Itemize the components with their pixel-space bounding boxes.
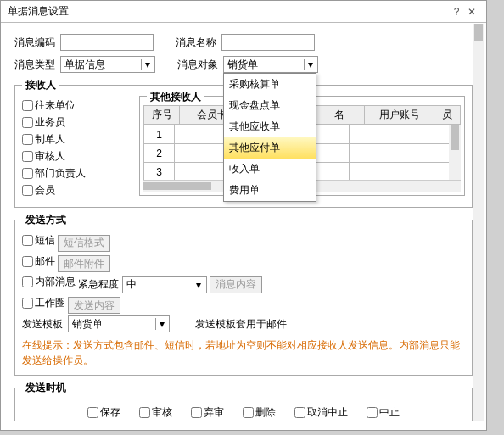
chevron-down-icon: ▾ (155, 318, 167, 330)
recipient-checkbox[interactable]: 业务员 (22, 115, 132, 130)
target-value: 销货单 (227, 58, 258, 72)
recipients-list: 往来单位业务员制单人审核人部门负责人会员 (22, 96, 132, 200)
code-input[interactable] (60, 34, 154, 51)
recipients-legend: 接收人 (22, 78, 59, 92)
sms-checkbox[interactable]: 短信 (22, 233, 55, 248)
target-label: 消息对象 (177, 58, 223, 72)
mail-attach-button[interactable]: 邮件附件 (58, 255, 110, 272)
tpl-select[interactable]: 销货单 ▾ (68, 315, 170, 332)
internal-checkbox[interactable]: 内部消息 (22, 275, 76, 289)
column-header[interactable]: 名 (315, 106, 365, 125)
dropdown-option[interactable]: 费用单 (224, 180, 316, 201)
scrollbar-thumb[interactable] (143, 182, 211, 190)
timing-fieldset: 发送时机 保存审核弃审删除取消中止中止 (14, 381, 473, 421)
target-select[interactable]: 销货单 ▾ (223, 56, 318, 73)
dropdown-option[interactable]: 其他应收单 (224, 116, 316, 137)
mail-checkbox[interactable]: 邮件 (22, 254, 55, 269)
circle-content-button[interactable]: 发送内容 (68, 297, 120, 314)
online-hint: 在线提示：发送方式包含邮件、短信时，若地址为空则不能对相应接收人发送信息。内部消… (22, 337, 465, 368)
timing-checkbox[interactable]: 弃审 (191, 405, 224, 420)
dropdown-option[interactable]: 采购核算单 (224, 74, 316, 95)
timing-legend: 发送时机 (22, 381, 70, 395)
timing-checkbox[interactable]: 取消中止 (294, 405, 348, 420)
grid-vscrollbar[interactable] (449, 125, 461, 180)
urgency-select[interactable]: 中 ▾ (122, 276, 207, 293)
timing-checkbox[interactable]: 审核 (139, 405, 172, 420)
scrollbar-thumb[interactable] (474, 24, 483, 41)
dropdown-option[interactable]: 收入单 (224, 159, 316, 180)
scrollbar-thumb[interactable] (451, 125, 459, 150)
dropdown-option[interactable]: 现金盘点单 (224, 95, 316, 116)
type-label: 消息类型 (14, 58, 60, 72)
other-recipients-legend: 其他接收人 (147, 90, 204, 104)
name-input[interactable] (221, 34, 315, 51)
content-scrollbar[interactable] (473, 24, 484, 421)
close-icon[interactable]: ✕ (464, 6, 479, 18)
dropdown-option[interactable]: 其他应付单 (224, 137, 316, 159)
dialog-title: 单据消息设置 (8, 4, 449, 19)
send-method-legend: 发送方式 (22, 213, 70, 227)
recipient-checkbox[interactable]: 审核人 (22, 149, 132, 164)
target-dropdown: 采购核算单现金盘点单其他应收单其他应付单收入单费用单 (223, 73, 316, 202)
urgency-label: 紧急程度 (78, 278, 119, 290)
chevron-down-icon: ▾ (193, 279, 204, 291)
timing-options: 保存审核弃审删除取消中止中止 (22, 399, 465, 421)
type-value: 单据信息 (64, 58, 105, 72)
chevron-down-icon: ▾ (141, 59, 153, 70)
timing-checkbox[interactable]: 保存 (87, 405, 120, 420)
timing-checkbox[interactable]: 删除 (243, 405, 276, 420)
msg-content-button[interactable]: 消息内容 (210, 276, 262, 293)
recipient-checkbox[interactable]: 会员 (22, 183, 132, 198)
code-label: 消息编码 (14, 36, 60, 50)
type-select[interactable]: 单据信息 ▾ (60, 56, 155, 73)
help-icon[interactable]: ? (449, 6, 464, 18)
sms-format-button[interactable]: 短信格式 (58, 235, 110, 252)
titlebar: 单据消息设置 ? ✕ (1, 1, 486, 23)
content-area: 消息编码 消息名称 消息类型 单据信息 ▾ 消息对象 销货单 ▾ 采购核算单现金… (1, 24, 486, 421)
name-label: 消息名称 (176, 36, 221, 50)
recipient-checkbox[interactable]: 部门负责人 (22, 166, 132, 181)
tpl-note: 发送模板套用于邮件 (195, 317, 287, 332)
column-header[interactable]: 员 (434, 106, 461, 125)
chevron-down-icon: ▾ (304, 59, 316, 70)
tpl-label: 发送模板 (22, 317, 68, 332)
send-method-fieldset: 发送方式 短信 短信格式 邮件 邮件附件 内部消息 紧急程度 中 ▾ 消息内容 … (14, 213, 473, 376)
dialog-window: 单据消息设置 ? ✕ 消息编码 消息名称 消息类型 单据信息 ▾ 消息对象 销货… (0, 0, 487, 431)
timing-checkbox[interactable]: 中止 (367, 405, 400, 420)
recipient-checkbox[interactable]: 往来单位 (22, 98, 132, 113)
workcircle-checkbox[interactable]: 工作圈 (22, 296, 65, 310)
column-header[interactable]: 用户账号 (365, 106, 434, 125)
column-header[interactable]: 序号 (144, 106, 180, 125)
recipient-checkbox[interactable]: 制单人 (22, 132, 132, 147)
